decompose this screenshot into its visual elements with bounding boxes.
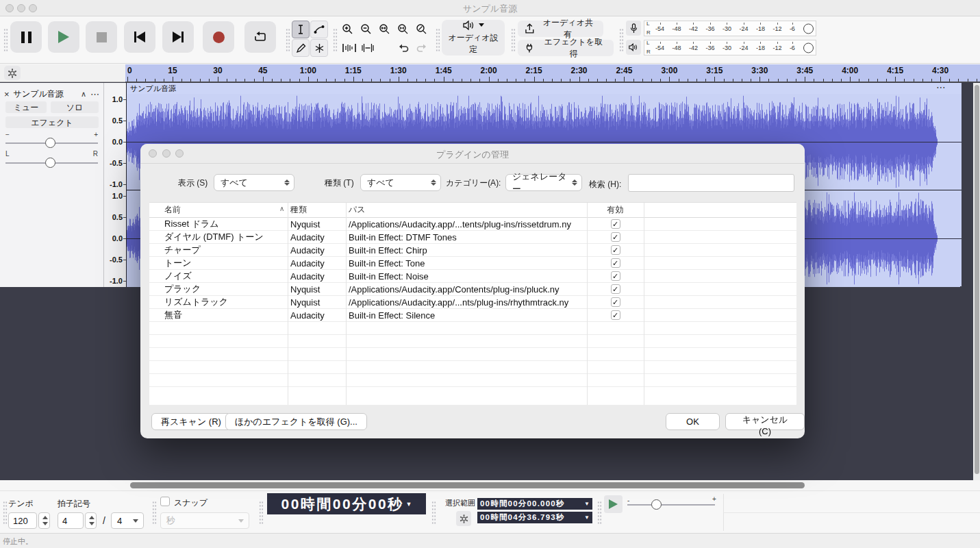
pan-slider-thumb[interactable] (45, 158, 55, 168)
plugin-row[interactable]: トーンAudacityBuilt-in Effect: Tone✓ (149, 257, 796, 270)
stop-button[interactable] (86, 21, 117, 53)
snap-unit-select[interactable]: 秒 (160, 512, 249, 529)
plugin-row[interactable]: ダイヤル (DTMF) トーンAudacityBuilt-in Effect: … (149, 231, 796, 244)
time-format-caret-icon[interactable]: ▼ (406, 501, 412, 508)
plugin-table-header[interactable]: 名前 種類 パス 有効 ∧ (149, 203, 796, 218)
type-filter-select[interactable]: すべて (360, 174, 441, 191)
plugin-enabled-checkbox[interactable]: ✓ (611, 232, 620, 242)
zoom-selection-button[interactable] (376, 21, 394, 38)
search-input[interactable] (628, 174, 794, 192)
plugin-enabled-checkbox[interactable]: ✓ (611, 219, 620, 229)
col-path-header[interactable]: パス (346, 204, 587, 216)
undo-button[interactable] (394, 39, 412, 57)
selection-start-field[interactable]: 00時間00分00.000秒 ▼ (477, 498, 592, 510)
record-button[interactable] (203, 21, 234, 53)
plugin-enabled-checkbox[interactable]: ✓ (611, 258, 620, 268)
vertical-scrollbar[interactable] (973, 83, 980, 480)
share-toolbar-grip[interactable] (511, 28, 516, 53)
record-meter-mic-button[interactable] (626, 21, 641, 36)
rescan-button[interactable]: 再スキャン (R) (151, 413, 231, 430)
zoom-toggle-button[interactable] (413, 21, 431, 38)
timeline-ruler[interactable]: 01530451:001:151:301:452:002:152:302:453… (125, 64, 980, 82)
selection-tool-button[interactable] (292, 21, 310, 38)
recording-meter-bar[interactable]: L R -54-48-42-36-30-24-18-12-6 (644, 21, 816, 36)
silence-audio-button[interactable] (359, 39, 377, 57)
playback-meter-bar[interactable]: L R -54-48-42-36-30-24-18-12-6 (644, 40, 816, 55)
timesig-upper-input[interactable] (58, 512, 84, 529)
plugin-row[interactable]: リズムトラックNyquist/Applications/Audacity.app… (149, 296, 796, 309)
gain-slider-thumb[interactable] (45, 138, 55, 148)
track-collapse-button[interactable]: ∧ (81, 90, 86, 99)
play-speed-grip[interactable] (597, 501, 602, 525)
play-button[interactable] (48, 21, 79, 53)
zoom-in-button[interactable] (339, 21, 357, 38)
selection-start-caret-icon[interactable]: ▼ (584, 501, 590, 507)
plugin-enabled-checkbox[interactable]: ✓ (611, 245, 620, 255)
effects-button[interactable]: エフェクト (5, 116, 99, 128)
redo-button[interactable] (413, 39, 431, 57)
vertical-scale-ruler[interactable]: 1.00.50.0-0.5-1.01.00.50.0-0.5-1.0 (104, 83, 126, 287)
transport-toolbar-grip[interactable] (3, 28, 8, 53)
get-more-effects-button[interactable]: ほかのエフェクトを取得 (G)... (225, 413, 367, 430)
cancel-button[interactable]: キャンセル (C) (725, 413, 805, 430)
timeline-options-button[interactable] (4, 66, 21, 80)
meter-toolbar-grip[interactable] (619, 28, 624, 53)
trim-audio-button[interactable] (340, 39, 358, 57)
selection-options-button[interactable] (456, 511, 471, 526)
time-display[interactable]: 00時間00分00秒 ▼ (267, 493, 426, 514)
get-effects-button[interactable]: エフェクトを取得 (518, 40, 614, 56)
clip-menu-button[interactable]: ⋯ (936, 82, 946, 92)
skip-to-start-button[interactable] (124, 21, 155, 53)
skip-to-end-button[interactable] (162, 21, 194, 53)
edit-toolbar-grip[interactable] (333, 28, 338, 53)
ok-button[interactable]: OK (666, 413, 720, 430)
snap-toolbar-grip[interactable] (152, 501, 157, 525)
play-at-speed-button[interactable] (604, 495, 623, 513)
clip-header[interactable]: サンプル音源 ⋯ (127, 83, 962, 94)
show-filter-select[interactable]: すべて (214, 174, 294, 191)
fit-project-button[interactable] (394, 21, 412, 38)
play-speed-slider-track[interactable] (627, 504, 715, 506)
selection-end-field[interactable]: 00時間04分36.793秒 ▼ (477, 512, 592, 523)
share-audio-button[interactable]: オーディオ共有 (518, 21, 603, 37)
track-close-button[interactable]: × (4, 89, 10, 99)
loop-button[interactable] (244, 21, 276, 53)
track-name[interactable]: サンプル音源 (14, 88, 77, 100)
plugin-enabled-checkbox[interactable]: ✓ (611, 271, 620, 281)
col-name-header[interactable]: 名前 (149, 204, 288, 216)
timesig-upper-stepper[interactable] (85, 512, 97, 529)
tempo-stepper[interactable] (38, 512, 50, 529)
plugin-row[interactable]: Risset ドラムNyquist/Applications/Audacity.… (149, 218, 796, 231)
timesig-lower-select[interactable]: 4 (111, 512, 144, 529)
horizontal-scrollbar-thumb[interactable] (130, 482, 805, 488)
draw-tool-button[interactable] (292, 39, 310, 57)
play-speed-slider-thumb[interactable] (651, 499, 662, 510)
audio-setup-grip[interactable] (436, 28, 440, 53)
vertical-scrollbar-thumb[interactable] (975, 85, 979, 474)
category-filter-select[interactable]: ジェネレーター (505, 174, 582, 191)
plugin-row[interactable]: チャープAudacityBuilt-in Effect: Chirp✓ (149, 244, 796, 257)
plugin-enabled-checkbox[interactable]: ✓ (611, 284, 620, 294)
envelope-tool-button[interactable] (310, 21, 328, 38)
plugin-enabled-checkbox[interactable]: ✓ (611, 297, 620, 307)
horizontal-scrollbar[interactable] (0, 480, 980, 490)
zoom-out-button[interactable] (357, 21, 375, 38)
mute-button[interactable]: ミュート (5, 101, 47, 113)
pause-button[interactable] (10, 21, 42, 53)
plugin-enabled-checkbox[interactable]: ✓ (611, 310, 620, 320)
selection-toolbar-grip[interactable] (431, 501, 436, 525)
col-enabled-header[interactable]: 有効 (587, 204, 644, 216)
plugin-row[interactable]: ノイズAudacityBuilt-in Effect: Noise✓ (149, 270, 796, 283)
track-menu-button[interactable]: ⋯ (90, 89, 99, 99)
plugin-row[interactable]: 無音AudacityBuilt-in Effect: Silence✓ (149, 309, 796, 322)
audio-setup-button[interactable]: オーディオ設定 (442, 20, 505, 55)
multi-tool-button[interactable] (310, 39, 328, 57)
time-display-grip[interactable] (259, 501, 264, 525)
col-type-header[interactable]: 種類 (288, 204, 346, 216)
tempo-input[interactable] (8, 512, 37, 529)
solo-button[interactable]: ソロ (51, 101, 99, 113)
dialog-titlebar[interactable]: プラグインの管理 (140, 144, 805, 164)
snap-checkbox[interactable] (160, 497, 170, 506)
selection-end-caret-icon[interactable]: ▼ (584, 514, 590, 521)
playback-meter-speaker-button[interactable] (626, 40, 641, 55)
